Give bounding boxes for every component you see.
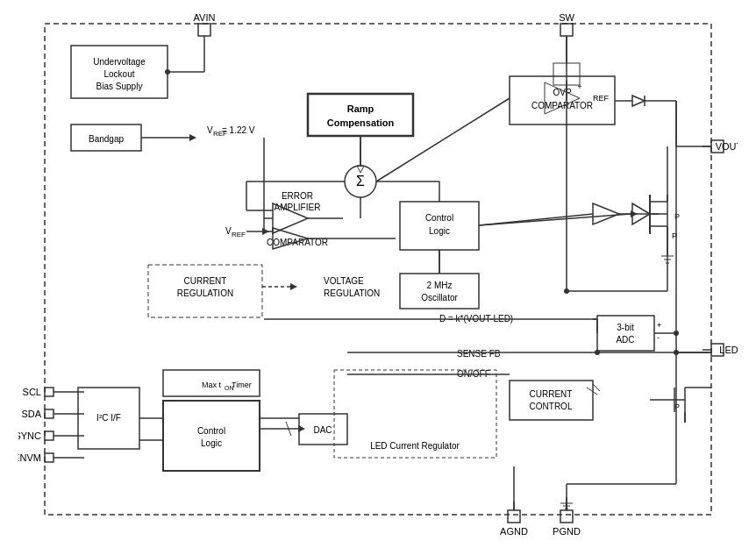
timer-text: Max t — [202, 381, 222, 389]
gpio-label: GPIO or ENVM — [18, 452, 41, 463]
adc-text2: ADC — [616, 335, 634, 345]
scl-label: SCL — [23, 387, 41, 397]
svg-line-122 — [376, 98, 510, 181]
timer-text2: Timer — [232, 381, 252, 389]
svg-rect-1 — [198, 24, 210, 36]
p-label2: P — [674, 402, 680, 411]
svg-marker-105 — [593, 203, 619, 224]
svg-rect-3 — [560, 24, 573, 36]
ramp-comp-text1: Ramp — [347, 103, 374, 114]
p-label3: P — [672, 231, 677, 240]
vref-eq: = 1.22 V — [222, 125, 255, 135]
osc-text2: Oscillator — [421, 293, 458, 302]
curr-reg-text2: REGULATION — [177, 288, 233, 298]
svg-rect-22 — [45, 453, 53, 462]
adc-text1: 3-bit — [617, 323, 634, 332]
osc-text1: 2 MHz — [427, 281, 453, 290]
vref-value: V — [207, 125, 213, 135]
ovp-ref: REF — [593, 94, 610, 103]
svg-marker-65 — [298, 425, 305, 432]
svg-marker-97 — [357, 166, 364, 173]
uvlo-text3: Bias Supply — [96, 82, 143, 91]
dac-text: DAC — [313, 425, 332, 435]
bandgap-text: Bandgap — [89, 134, 124, 144]
vref-arrow-label: V — [225, 226, 232, 236]
adc-plus: + — [657, 321, 661, 330]
pgnd-label: PGND — [553, 526, 581, 537]
volt-reg-text1: VOLTAGE — [324, 276, 364, 286]
i2c-text: I²C I/F — [96, 413, 121, 423]
svg-marker-58 — [290, 283, 297, 290]
svg-rect-11 — [560, 510, 573, 523]
sigma-symbol: Σ — [356, 174, 365, 189]
agnd-label: AGND — [500, 526, 528, 537]
schematic-svg: AVIN SW VOUT LED AGND PGND SCL SDA FLASH… — [18, 11, 738, 545]
svg-line-72 — [587, 388, 597, 395]
led-label: LED — [719, 345, 738, 355]
uvlo-text2: Lockout — [103, 69, 134, 79]
led-reg-text: LED Current Regulator — [370, 441, 460, 451]
svg-point-117 — [564, 288, 569, 294]
svg-marker-30 — [189, 134, 196, 141]
p-label1: P — [674, 212, 680, 221]
svg-point-127 — [674, 331, 679, 336]
block-diagram: AVIN SW VOUT LED AGND PGND SCL SDA FLASH… — [18, 11, 738, 545]
ctrl-logic-bot1: Control — [197, 426, 225, 436]
svg-rect-71 — [510, 381, 593, 420]
uvlo-text1: Undervoltage — [93, 57, 146, 67]
adc-minus: - — [657, 333, 660, 342]
sense-fb-text: SENSE FB — [457, 349, 501, 359]
vref-arrow-sub: REF — [232, 231, 246, 238]
svg-rect-31 — [308, 94, 413, 136]
svg-rect-18 — [45, 409, 53, 418]
svg-rect-9 — [508, 510, 520, 523]
svg-rect-16 — [45, 388, 53, 396]
svg-rect-61 — [163, 401, 260, 471]
svg-line-73 — [593, 384, 600, 391]
error-amp-text1: ERROR — [282, 191, 313, 201]
ramp-comp-text2: Compensation — [327, 117, 395, 128]
svg-rect-55 — [400, 274, 479, 309]
vout-label: VOUT — [716, 141, 738, 152]
svg-marker-36 — [632, 96, 645, 106]
volt-reg-text2: REGULATION — [324, 288, 380, 298]
sda-label: SDA — [21, 409, 41, 419]
ctrl-logic-bot2: Logic — [201, 438, 222, 448]
curr-ctrl-text2: CONTROL — [530, 402, 573, 411]
curr-ctrl-text1: CURRENT — [530, 389, 573, 399]
flash-sync-label: FLASH_SYNC — [18, 430, 41, 441]
curr-reg-text1: CURRENT — [184, 276, 227, 286]
svg-point-102 — [674, 350, 679, 355]
svg-line-106 — [479, 214, 593, 225]
svg-rect-20 — [45, 431, 53, 440]
ctrl-logic-top1: Control — [425, 213, 453, 223]
sw-label: SW — [559, 12, 574, 23]
avin-label: AVIN — [194, 12, 216, 23]
svg-rect-66 — [597, 316, 654, 351]
ctrl-logic-top2: Logic — [429, 226, 450, 236]
ovp-text1: OVP — [553, 88, 571, 97]
